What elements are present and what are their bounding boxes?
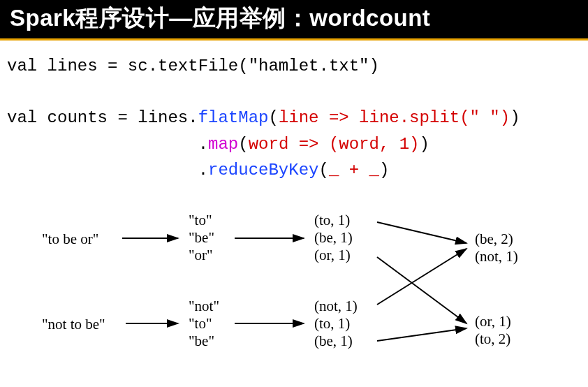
code-method-flatmap: flatMap	[198, 108, 269, 127]
code-seg: )	[369, 57, 378, 75]
code-lambda: line => line.split(" ")	[279, 108, 510, 127]
arrow-icon	[377, 222, 466, 243]
dataflow-diagram: "to be or" "not to be" "to" "be" "or" "n…	[0, 187, 588, 376]
slide-title: Spark程序设计—应用举例：wordcount	[0, 0, 588, 41]
code-seg: )	[420, 135, 429, 154]
code-seg: val lines = sc.textFile(	[7, 57, 249, 75]
code-block: val lines = sc.textFile("hamlet.txt") va…	[0, 41, 588, 187]
code-seg: )	[379, 161, 389, 180]
arrows-layer	[0, 187, 588, 376]
code-seg: (	[268, 108, 278, 127]
code-lambda: _ + _	[329, 161, 379, 180]
code-seg: val counts = lines.	[7, 108, 198, 127]
code-seg: .	[7, 161, 208, 180]
arrow-icon	[377, 328, 466, 341]
code-method-reducebykey: reduceByKey	[208, 161, 318, 180]
arrow-icon	[377, 249, 466, 305]
code-lambda: word => (word, 1)	[249, 135, 420, 154]
code-seg: )	[510, 108, 520, 127]
code-line-4: .reduceByKey(_ + _)	[7, 161, 389, 180]
code-method-map: map	[208, 135, 238, 154]
code-seg: .	[7, 135, 208, 154]
code-seg: (	[318, 161, 328, 180]
arrow-icon	[377, 257, 466, 323]
code-line-3: .map(word => (word, 1))	[7, 135, 429, 154]
code-seg: (	[238, 135, 248, 154]
code-string-literal: "hamlet.txt"	[249, 57, 369, 75]
code-line-1: val lines = sc.textFile("hamlet.txt")	[7, 57, 379, 75]
code-line-2: val counts = lines.flatMap(line => line.…	[7, 108, 520, 127]
